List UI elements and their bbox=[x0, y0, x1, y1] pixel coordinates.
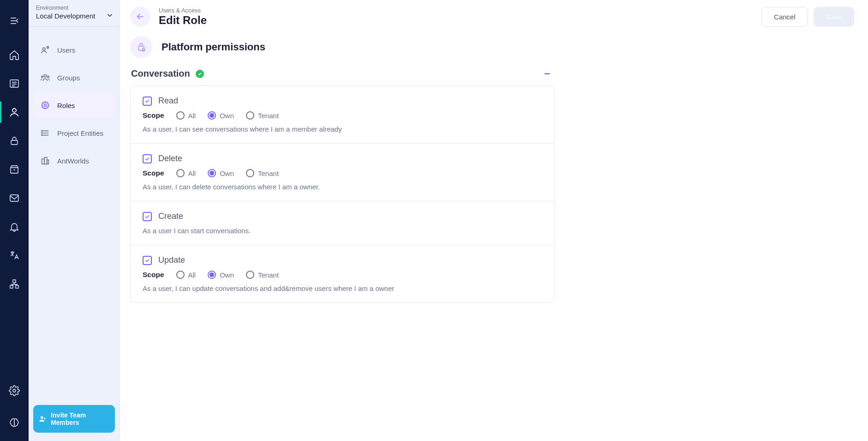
sidebar-item-users[interactable]: Users bbox=[33, 37, 115, 63]
nav-ai[interactable] bbox=[0, 409, 29, 437]
permission-description: As a user, I can delete conversations wh… bbox=[143, 183, 542, 191]
radio-icon bbox=[176, 169, 185, 177]
radio-icon bbox=[246, 169, 254, 177]
scope-option[interactable]: Tenant bbox=[246, 169, 279, 177]
permission-checkbox[interactable] bbox=[143, 256, 152, 265]
permission-checkbox[interactable] bbox=[143, 154, 152, 163]
collapse-menu-button[interactable] bbox=[0, 6, 29, 35]
lock-badge-icon bbox=[136, 42, 147, 53]
nav-security[interactable] bbox=[0, 127, 29, 155]
page-title: Edit Role bbox=[159, 14, 207, 27]
translate-icon bbox=[9, 250, 20, 261]
scope-option[interactable]: Own bbox=[208, 271, 234, 279]
scope-option-label: All bbox=[188, 271, 196, 279]
nodes-icon bbox=[9, 278, 20, 290]
invite-button-label: Invite Team Members bbox=[51, 411, 109, 426]
gear-icon bbox=[9, 385, 20, 396]
svg-point-21 bbox=[41, 417, 43, 419]
scope-option[interactable]: Tenant bbox=[246, 111, 279, 120]
permission-name: Update bbox=[158, 255, 185, 265]
scope-option-label: All bbox=[188, 112, 196, 120]
nav-content[interactable] bbox=[0, 69, 29, 98]
section-title: Platform permissions bbox=[162, 41, 265, 53]
radio-icon bbox=[246, 271, 254, 279]
save-button[interactable]: Save bbox=[814, 7, 854, 27]
environment-value: Local Development bbox=[36, 12, 112, 20]
sidebar-item-project-entities[interactable]: Project Entities bbox=[33, 120, 115, 146]
svg-rect-5 bbox=[10, 285, 13, 288]
brain-icon bbox=[9, 417, 20, 429]
page-header: Users & Access Edit Role Cancel Save bbox=[120, 0, 868, 31]
invite-team-members-button[interactable]: Invite Team Members bbox=[33, 405, 115, 433]
permission-description: As a user, I can update conversations an… bbox=[143, 284, 542, 292]
permissions-section: Platform permissions Conversation − Read… bbox=[120, 31, 868, 314]
scope-option[interactable]: All bbox=[176, 111, 196, 120]
svg-point-15 bbox=[42, 131, 42, 132]
entities-icon bbox=[40, 127, 51, 139]
scope-option-label: Tenant bbox=[258, 271, 279, 279]
sidebar-menu: Users Groups Roles Project Entities AntW… bbox=[29, 27, 120, 184]
radio-icon bbox=[208, 169, 216, 177]
svg-point-1 bbox=[12, 109, 16, 112]
radio-icon bbox=[176, 111, 185, 120]
scope-option[interactable]: All bbox=[176, 271, 196, 279]
roles-icon bbox=[40, 100, 51, 111]
permission-name: Delete bbox=[158, 154, 182, 163]
svg-point-7 bbox=[13, 389, 16, 392]
list-box-icon bbox=[9, 78, 20, 89]
sidebar-item-roles[interactable]: Roles bbox=[33, 92, 115, 118]
environment-switcher[interactable]: Environment Local Development bbox=[29, 0, 120, 27]
bell-icon bbox=[9, 221, 20, 232]
worlds-icon bbox=[40, 155, 51, 166]
nav-nodes[interactable] bbox=[0, 270, 29, 298]
nav-settings[interactable] bbox=[0, 376, 29, 405]
arrow-left-icon bbox=[135, 12, 145, 22]
radio-icon bbox=[208, 111, 216, 120]
nav-notifications[interactable] bbox=[0, 212, 29, 241]
permission-checkbox[interactable] bbox=[143, 212, 152, 221]
permission-checkbox[interactable] bbox=[143, 97, 152, 106]
scope-option[interactable]: Own bbox=[208, 111, 234, 120]
nav-archive[interactable] bbox=[0, 155, 29, 184]
add-user-icon bbox=[39, 415, 46, 423]
svg-point-14 bbox=[44, 104, 47, 107]
nav-home[interactable] bbox=[0, 41, 29, 69]
scope-option-label: Own bbox=[220, 271, 234, 279]
scope-option[interactable]: All bbox=[176, 169, 196, 177]
permission-group-conversation: Conversation − ReadScopeAllOwnTenantAs a… bbox=[130, 65, 555, 303]
sidebar-item-label: Project Entities bbox=[57, 129, 103, 137]
permissions-section-icon bbox=[130, 36, 152, 58]
nav-users-access[interactable] bbox=[0, 98, 29, 127]
nav-language[interactable] bbox=[0, 241, 29, 270]
sidebar-item-antworlds[interactable]: AntWorlds bbox=[33, 148, 115, 174]
primary-nav-rail bbox=[0, 0, 29, 441]
breadcrumb: Users & Access bbox=[159, 7, 207, 14]
scope-option-label: Tenant bbox=[258, 169, 279, 177]
sidebar-item-groups[interactable]: Groups bbox=[33, 65, 115, 91]
scope-label: Scope bbox=[143, 111, 164, 120]
svg-point-12 bbox=[48, 76, 49, 78]
home-icon bbox=[9, 49, 20, 60]
scope-option-label: Tenant bbox=[258, 112, 279, 120]
svg-rect-2 bbox=[11, 140, 18, 145]
nav-mail[interactable] bbox=[0, 184, 29, 212]
permission-name: Create bbox=[158, 211, 183, 221]
svg-point-10 bbox=[44, 75, 47, 78]
group-title: Conversation bbox=[131, 68, 190, 79]
permission-name: Read bbox=[158, 96, 178, 106]
back-button[interactable] bbox=[130, 6, 150, 27]
svg-rect-4 bbox=[13, 280, 16, 283]
scope-option[interactable]: Own bbox=[208, 169, 234, 177]
svg-rect-20 bbox=[47, 160, 49, 164]
cancel-button[interactable]: Cancel bbox=[761, 7, 808, 27]
radio-icon bbox=[246, 111, 254, 120]
permission-row: ReadScopeAllOwnTenantAs a user, I can se… bbox=[131, 86, 554, 144]
scope-option[interactable]: Tenant bbox=[246, 271, 279, 279]
permission-row: UpdateScopeAllOwnTenantAs a user, I can … bbox=[131, 245, 554, 302]
scope-label: Scope bbox=[143, 169, 164, 177]
collapse-group-button[interactable]: − bbox=[544, 69, 554, 79]
permission-row: CreateAs a user I can start conversation… bbox=[131, 201, 554, 245]
svg-rect-3 bbox=[10, 195, 18, 201]
sidebar-item-label: Roles bbox=[57, 102, 75, 109]
archive-icon bbox=[9, 164, 20, 175]
